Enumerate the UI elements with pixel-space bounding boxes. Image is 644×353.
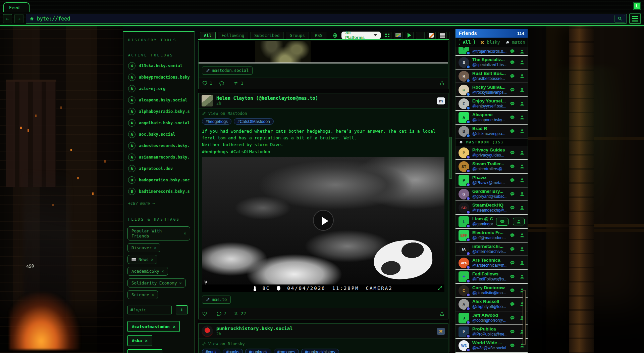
search-icon[interactable] [614, 15, 625, 23]
friend-row[interactable]: E Enjoy Yoursel... @enjoyyrself.bsk... [455, 97, 528, 111]
message-friend-button[interactable] [509, 233, 515, 238]
friend-row[interactable]: P Phawx @Phawx@meta... [455, 174, 528, 187]
view-profile-button[interactable] [520, 129, 525, 134]
view-profile-button[interactable] [520, 60, 525, 65]
view-profile-button[interactable] [520, 115, 525, 120]
message-friend-button[interactable] [509, 178, 515, 183]
friend-row[interactable]: L Liam @ Gami... @gamingonlinux... [455, 215, 528, 229]
post-hashtag[interactable]: #punkrock [245, 349, 271, 353]
share-button[interactable] [439, 311, 445, 316]
remove-chip-icon[interactable]: × [162, 269, 164, 274]
friend-row[interactable]: T @trojanrecords.b... [455, 47, 528, 56]
follow-item[interactable]: A asianmanrecords.bsky.soci... [123, 151, 194, 163]
view-on-platform-link[interactable]: View on Bluesky [202, 342, 445, 346]
show-more-follows[interactable]: +187 more → [123, 197, 194, 209]
remove-hashtag-icon[interactable]: ✕ [173, 324, 175, 329]
message-friend-button[interactable] [509, 247, 515, 252]
friend-row[interactable]: W3 World Wide ... @w3c@w3c.social [455, 339, 528, 353]
view-profile-button[interactable] [520, 49, 525, 54]
friend-row[interactable]: ST Steam Trailer... @microtrailers@... [455, 160, 528, 174]
message-friend-button[interactable] [509, 205, 515, 211]
view-profile-button[interactable] [520, 164, 525, 169]
message-friend-button[interactable] [509, 343, 515, 348]
message-friend-button[interactable] [509, 150, 515, 156]
menu-button[interactable] [629, 13, 641, 24]
url-bar[interactable]: byte://feed [26, 14, 627, 24]
toolbar-button[interactable] [438, 32, 447, 39]
friend-row[interactable]: A Alcapone @alcapone.bsky... [455, 111, 528, 125]
follow-item[interactable]: A aoc.bsky.social [123, 129, 194, 140]
view-profile-button[interactable] [520, 150, 525, 155]
message-friend-button[interactable] [509, 288, 515, 293]
remove-chip-icon[interactable]: × [154, 246, 156, 250]
friend-row[interactable]: SD SteamDeckHQ @steamdeckhq@... [455, 201, 528, 215]
friend-row[interactable]: R Rocky Sulliva... @rockysullivanps... [455, 83, 528, 97]
hashtag-chip[interactable]: #skapunk ✕ [127, 349, 162, 353]
profile-avatar-button[interactable]: L [633, 2, 641, 10]
view-profile-button[interactable] [520, 191, 525, 196]
message-friend-button[interactable] [496, 218, 508, 226]
post-author-name[interactable]: punkrockhistory.bsky.social [216, 326, 293, 332]
remove-chip-icon[interactable]: × [184, 231, 186, 236]
message-friend-button[interactable] [509, 49, 515, 54]
remove-chip-icon[interactable]: × [151, 257, 153, 262]
remove-hashtag-icon[interactable]: ✕ [145, 338, 148, 343]
toolbar-button[interactable] [383, 32, 391, 39]
toolbar-button[interactable] [416, 32, 425, 39]
feed-tab[interactable]: Subscribed [250, 32, 283, 39]
comment-button[interactable] [219, 81, 226, 86]
post-hashtag[interactable]: #hedgehogs [202, 118, 231, 125]
message-friend-button[interactable] [509, 329, 515, 335]
platform-filter-dropdown[interactable]: All Platforms [341, 32, 381, 39]
source-link-chip[interactable]: mastodon.social [202, 67, 253, 75]
post-hashtag[interactable]: #punkrockhistory [301, 349, 339, 353]
hashtag-chip[interactable]: #ska ✕ [127, 335, 152, 346]
friends-filter-all[interactable]: All [459, 39, 475, 45]
friend-row[interactable]: R Rust Belt Bos... @rustbeltbossre... [455, 70, 528, 83]
feed-tab[interactable]: Groups [286, 32, 309, 39]
follow-item[interactable]: 4 413ska.bsky.social [123, 60, 194, 72]
post-hashtag[interactable]: #punk [202, 349, 220, 353]
view-profile-button[interactable] [520, 247, 525, 252]
add-topic-button[interactable]: + [176, 305, 188, 314]
topic-input[interactable] [127, 306, 172, 314]
friends-filter-mastodon[interactable]: mstdn [505, 40, 525, 45]
feed-tab[interactable]: All [200, 32, 216, 39]
friend-row[interactable]: S The Specializ... @specialized1.bs... [455, 56, 528, 70]
feed-chip[interactable]: AcademicSky × [127, 267, 168, 276]
post-author-name[interactable]: Helen Clayton (@helenclayton@mas.to) [216, 95, 318, 101]
follow-item[interactable]: B badtimerecords.bsky.social [123, 186, 194, 197]
feed-chip[interactable]: News × [127, 255, 157, 264]
feed-scroll-area[interactable]: mastodon.social 1 1 [198, 40, 449, 353]
source-link-chip[interactable]: mas.to [202, 296, 231, 304]
message-friend-button[interactable] [509, 101, 515, 106]
view-profile-button[interactable] [520, 233, 525, 238]
view-profile-button[interactable] [520, 87, 525, 92]
post-author-avatar[interactable] [202, 95, 213, 106]
friend-row[interactable]: EFF Electronic Fr... @eff@mastodon... [455, 229, 528, 242]
comment-button[interactable]: 7 [216, 311, 226, 316]
friends-list[interactable]: T @trojanrecords.b... [455, 47, 528, 353]
message-friend-button[interactable] [509, 74, 515, 79]
follow-item[interactable]: A atprotocol.dev [123, 163, 194, 174]
message-friend-button[interactable] [509, 191, 515, 197]
like-button[interactable]: 1 [202, 80, 212, 86]
toolbar-button[interactable] [405, 32, 414, 39]
view-on-platform-link[interactable]: View on Mastodon [202, 111, 445, 116]
forward-button[interactable]: → [14, 14, 23, 23]
video-player[interactable]: 8C 04/04/2026 11:28PM CAMERA2 [202, 157, 444, 292]
feed-scrollbar-handle[interactable] [449, 137, 452, 179]
feed-chip[interactable]: Science × [127, 290, 158, 299]
view-profile-button[interactable] [520, 178, 525, 183]
post-author-avatar[interactable] [202, 325, 213, 337]
post-hashtag[interactable]: #punks [223, 349, 243, 353]
post-hashtag[interactable]: #ramones [274, 349, 299, 353]
feed-chip[interactable]: Popular With Friends × [127, 226, 190, 240]
share-button[interactable] [439, 81, 445, 86]
feed-chip[interactable]: Discover × [127, 243, 160, 252]
friend-row[interactable]: P Privacy Guides @privacyguides... [455, 146, 528, 160]
feed-scrollbar[interactable] [449, 32, 452, 352]
message-friend-button[interactable] [509, 315, 515, 321]
friend-row[interactable]: B Brad R @dickmcvengea... [455, 125, 528, 138]
fullscreen-icon[interactable] [438, 286, 442, 291]
